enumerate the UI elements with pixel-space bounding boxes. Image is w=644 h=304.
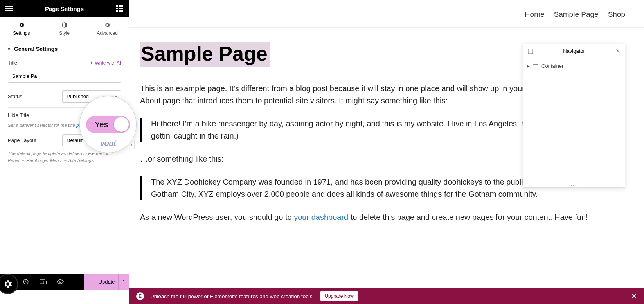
- close-icon[interactable]: ✕: [631, 292, 637, 300]
- promo-bar: E Unleash the full power of Elementor's …: [129, 288, 644, 304]
- panel-bottom-bar: Update ⌃: [0, 274, 129, 290]
- svg-rect-1: [528, 49, 533, 54]
- hide-title-toggle[interactable]: Yes: [86, 116, 130, 133]
- responsive-icon[interactable]: [34, 274, 52, 290]
- sparkle-icon: ✦: [90, 60, 94, 66]
- section-general-settings[interactable]: ▼ General Settings: [0, 40, 129, 56]
- widgets-icon[interactable]: [116, 5, 123, 12]
- update-button[interactable]: Update ⌃: [84, 274, 129, 290]
- title-label: Title: [8, 60, 17, 66]
- magnifier-highlight: Yes vout: [79, 96, 137, 153]
- navigator-resize-handle[interactable]: •••: [523, 182, 625, 187]
- update-label: Update: [99, 279, 115, 285]
- nav-link-home[interactable]: Home: [525, 10, 545, 19]
- page-title[interactable]: Sample Page: [140, 42, 270, 67]
- promo-text: Unleash the full power of Elementor's fe…: [150, 293, 314, 299]
- ghost-text: vout: [100, 139, 116, 148]
- outro-paragraph: As a new WordPress user, you should go t…: [140, 211, 633, 223]
- elementor-badge-icon: E: [136, 292, 144, 300]
- tab-settings[interactable]: Settings: [0, 17, 43, 40]
- write-with-ai-button[interactable]: ✦ Write with AI: [90, 60, 121, 66]
- write-ai-label: Write with AI: [95, 60, 121, 66]
- nav-link-shop[interactable]: Shop: [608, 10, 625, 19]
- section-title: General Settings: [14, 46, 58, 52]
- navigator-body: ▶ Container: [523, 58, 625, 182]
- status-label: Status: [8, 94, 22, 99]
- tab-label: Style: [59, 31, 70, 36]
- contrast-icon: [61, 22, 68, 28]
- svg-rect-3: [44, 281, 46, 284]
- menu-icon[interactable]: [5, 5, 13, 12]
- navigator-title: Navigator: [534, 48, 614, 54]
- outro-pre: As a new WordPress user, you should go t…: [140, 213, 294, 221]
- navigator-item-container[interactable]: ▶ Container: [527, 61, 621, 70]
- container-icon: [533, 64, 538, 68]
- site-nav: Home Sample Page Shop: [129, 0, 644, 27]
- svg-point-4: [59, 281, 61, 283]
- nav-link-sample[interactable]: Sample Page: [554, 10, 599, 19]
- navigator-panel[interactable]: Navigator ✕ ▶ Container •••: [523, 44, 625, 188]
- tab-label: Settings: [13, 31, 30, 36]
- navigator-header[interactable]: Navigator ✕: [523, 44, 625, 58]
- history-icon[interactable]: [17, 274, 34, 290]
- caret-down-icon: ▼: [7, 47, 11, 51]
- navigator-item-label: Container: [541, 63, 563, 69]
- gear-icon: [18, 22, 25, 28]
- panel-header: Page Settings: [0, 0, 129, 17]
- caret-right-icon: ▶: [527, 64, 530, 68]
- tab-style[interactable]: Style: [43, 17, 86, 40]
- panel-title: Page Settings: [13, 5, 116, 12]
- hide-title-label: Hide Title: [8, 112, 29, 118]
- page-layout-label: Page Layout: [8, 137, 36, 143]
- update-options-caret[interactable]: ⌃: [118, 274, 129, 290]
- tab-advanced[interactable]: Advanced: [86, 17, 129, 40]
- toggle-knob: [114, 117, 129, 132]
- collapse-icon[interactable]: [527, 48, 534, 55]
- tab-label: Advanced: [97, 31, 117, 36]
- outro-post: to delete this page and create new pages…: [348, 213, 588, 221]
- upgrade-button[interactable]: Upgrade Now: [320, 291, 358, 301]
- close-icon[interactable]: ✕: [614, 48, 621, 55]
- panel-tabs: Settings Style Advanced: [0, 17, 129, 40]
- dashboard-link[interactable]: your dashboard: [294, 213, 348, 221]
- page-settings-gear[interactable]: [0, 274, 18, 294]
- toggle-yes-label: Yes: [95, 120, 108, 129]
- title-input[interactable]: [8, 70, 121, 83]
- gear-icon: [104, 22, 110, 28]
- preview-icon[interactable]: [52, 274, 69, 290]
